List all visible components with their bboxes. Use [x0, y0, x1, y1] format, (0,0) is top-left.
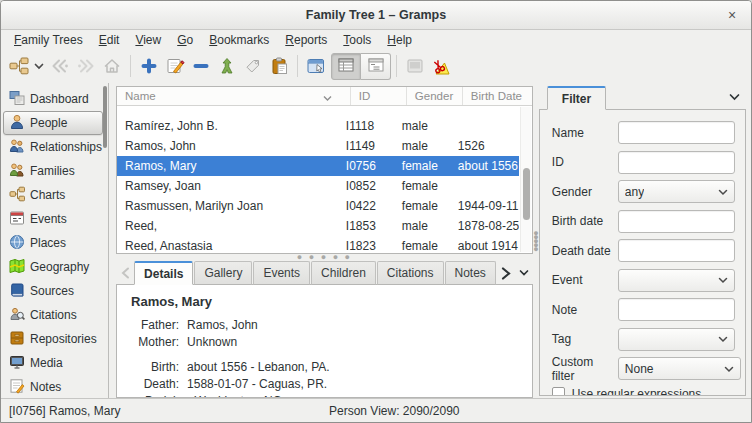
sidebar-item-dashboard[interactable]: Dashboard: [3, 87, 103, 111]
birth-value: about 1556 - Lebanon, PA.: [187, 359, 330, 376]
menu-edit[interactable]: Edit: [91, 32, 128, 48]
reports-button[interactable]: [402, 53, 428, 80]
merge-button[interactable]: [214, 53, 240, 80]
tab-scroll-right-icon[interactable]: [497, 261, 515, 285]
father-value: Ramos, John: [187, 317, 258, 334]
geography-icon: [9, 258, 25, 277]
sidebar-item-notes[interactable]: Notes: [3, 375, 103, 399]
filter-tag-label: Tag: [552, 332, 618, 346]
places-icon: [9, 234, 25, 253]
filter-note-input[interactable]: [618, 298, 735, 321]
grouped-view-toggle[interactable]: [361, 53, 391, 80]
toolbar-separator: [297, 55, 298, 77]
sidebar-item-charts[interactable]: Charts: [3, 183, 103, 207]
close-icon[interactable]: ×: [724, 8, 740, 24]
filter-custom-filter-select[interactable]: None: [618, 357, 741, 380]
sidebar-item-label: Events: [30, 212, 67, 226]
sidebar-item-label: People: [30, 116, 67, 130]
tools-button[interactable]: [428, 53, 454, 80]
sidebar-item-people[interactable]: People: [3, 111, 103, 135]
menu-view[interactable]: View: [127, 32, 169, 48]
sidebar-scrollbar-thumb[interactable]: [103, 86, 107, 148]
back-button[interactable]: [47, 53, 73, 80]
menu-go[interactable]: Go: [169, 32, 201, 48]
column-header-id[interactable]: ID: [351, 87, 407, 105]
filter-id-input[interactable]: [618, 151, 735, 174]
tab-filter[interactable]: Filter: [547, 86, 606, 110]
table-row[interactable]: Ramsey, JoanI0852female: [117, 176, 519, 196]
tab-children[interactable]: Children: [311, 261, 376, 285]
tag-button[interactable]: [240, 53, 266, 80]
people-table-scrollbar[interactable]: [520, 107, 531, 252]
column-header-name[interactable]: Name: [117, 87, 351, 105]
sort-indicator-icon: [323, 92, 332, 104]
forward-icon: [76, 58, 96, 74]
table-row[interactable]: Reed, AnastasiaI1823femaleabout 1914: [117, 236, 519, 253]
menu-help[interactable]: Help: [379, 32, 420, 48]
horizontal-splitter[interactable]: ● ● ● ● ●: [116, 254, 533, 261]
list-view-toggle[interactable]: [331, 53, 361, 80]
filter-event-select[interactable]: [618, 269, 735, 292]
sidebar-item-media[interactable]: Media: [3, 351, 103, 375]
sidebar-item-places[interactable]: Places: [3, 231, 103, 255]
table-row-selected[interactable]: Ramos, MaryI0756femaleabout 1556: [117, 156, 519, 176]
table-row[interactable]: Ramírez, HelenI0822female: [117, 106, 519, 116]
sidebar-item-citations[interactable]: Citations: [3, 303, 103, 327]
title-bar[interactable]: Family Tree 1 – Gramps ×: [1, 1, 751, 30]
status-bar: [I0756] Ramos, Mary Person View: 2090/20…: [1, 398, 751, 422]
column-header-birth-date[interactable]: Birth Date: [463, 87, 532, 105]
tab-events[interactable]: Events: [253, 261, 310, 285]
sidebar-item-label: Dashboard: [30, 92, 89, 106]
filter-tag-select[interactable]: [618, 328, 735, 351]
tab-citations[interactable]: Citations: [377, 261, 444, 285]
menu-bookmarks[interactable]: Bookmarks: [201, 32, 277, 48]
filter-panel-chevron-icon[interactable]: [729, 90, 740, 104]
configure-view-button[interactable]: [303, 53, 329, 80]
filter-birth-date-input[interactable]: [618, 210, 735, 233]
toolbar: [1, 49, 751, 83]
table-row[interactable]: Ramos, JohnI1149male1526: [117, 136, 519, 156]
tab-gallery[interactable]: Gallery: [194, 261, 252, 285]
sidebar-item-label: Sources: [30, 284, 74, 298]
tab-scroll-left-icon[interactable]: [116, 261, 134, 285]
sidebar-item-label: Citations: [30, 308, 77, 322]
home-button[interactable]: [99, 53, 125, 80]
column-header-gender[interactable]: Gender: [407, 87, 463, 105]
table-row[interactable]: Rasmussen, Marilyn JoanI0422female1944-0…: [117, 196, 519, 216]
menu-reports[interactable]: Reports: [277, 32, 335, 48]
people-table-scrollbar-thumb[interactable]: [523, 168, 530, 220]
table-row[interactable]: Reed,I1853male1878-08-25: [117, 216, 519, 236]
chevron-down-icon: [724, 362, 734, 376]
sidebar-item-events[interactable]: Events: [3, 207, 103, 231]
use-regular-expressions-checkbox[interactable]: [552, 387, 565, 396]
configure-view-icon: [307, 58, 326, 74]
table-row[interactable]: Ramírez, John B.I1118male: [117, 116, 519, 136]
sidebar-item-geography[interactable]: Geography: [3, 255, 103, 279]
clipboard-button[interactable]: [266, 53, 292, 80]
edit-person-button[interactable]: [162, 53, 188, 80]
sidebar-item-repositories[interactable]: Repositories: [3, 327, 103, 351]
toolbar-separator: [130, 55, 131, 77]
filter-gender-select[interactable]: any: [618, 180, 735, 203]
tab-notes[interactable]: Notes: [445, 261, 496, 285]
back-icon: [50, 58, 70, 74]
sidebar-item-families[interactable]: Families: [3, 159, 103, 183]
charts-icon: [9, 186, 25, 205]
details-notebook: Details Gallery Events Children Citation…: [116, 261, 533, 398]
filter-death-date-input[interactable]: [618, 239, 735, 262]
forward-button[interactable]: [73, 53, 99, 80]
family-tree-button[interactable]: [6, 53, 47, 80]
tab-menu-chevron-icon[interactable]: [515, 261, 533, 285]
add-person-button[interactable]: [136, 53, 162, 80]
gramps-window: Family Tree 1 – Gramps × Family Trees Ed…: [0, 0, 752, 423]
remove-person-button[interactable]: [188, 53, 214, 80]
tag-icon: [245, 58, 261, 74]
menu-family-trees[interactable]: Family Trees: [6, 32, 91, 48]
sidebar-item-sources[interactable]: Sources: [3, 279, 103, 303]
media-icon: [9, 354, 25, 373]
menu-tools[interactable]: Tools: [335, 32, 379, 48]
tab-details[interactable]: Details: [134, 261, 193, 285]
mother-value: Unknown: [187, 334, 237, 351]
sidebar-item-relationships[interactable]: Relationships: [3, 135, 103, 159]
filter-name-input[interactable]: [618, 121, 735, 144]
